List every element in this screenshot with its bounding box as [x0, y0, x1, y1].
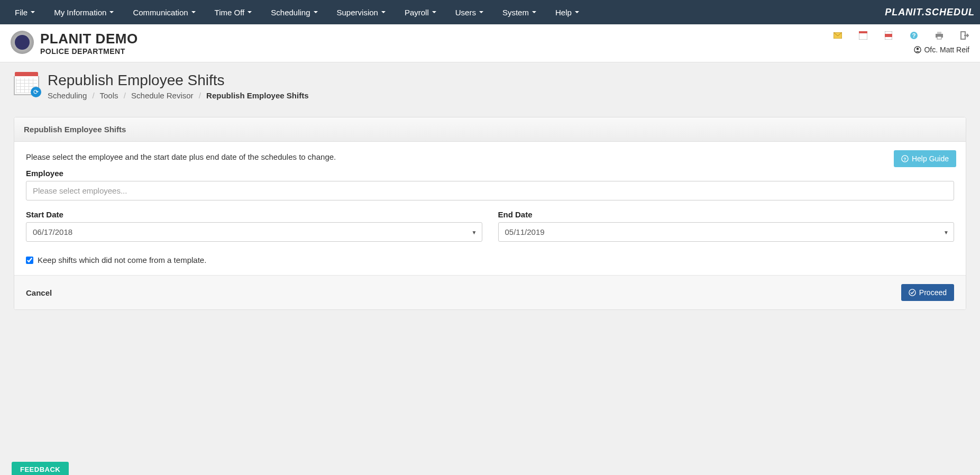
header-icons: ? Ofc. Matt Reif — [833, 31, 969, 54]
help-icon[interactable]: ? — [909, 31, 919, 40]
chevron-down-icon — [575, 11, 579, 13]
nav-my-information-label: My Information — [54, 8, 106, 17]
calendar-icon[interactable] — [858, 31, 868, 40]
nav-system[interactable]: System — [493, 2, 546, 23]
mail-icon[interactable] — [833, 31, 842, 40]
nav-supervision[interactable]: Supervision — [327, 2, 395, 23]
print-icon[interactable] — [935, 31, 944, 40]
nav-scheduling[interactable]: Scheduling — [261, 2, 327, 23]
nav-file-label: File — [15, 8, 28, 17]
nav-time-off-label: Time Off — [215, 8, 245, 17]
employee-select[interactable]: Please select employees... — [26, 181, 954, 200]
svg-rect-4 — [885, 34, 892, 37]
page-calendar-refresh-icon: ⟳ — [14, 72, 39, 95]
help-guide-label: Help Guide — [912, 154, 949, 163]
nav-payroll[interactable]: Payroll — [395, 2, 446, 23]
cancel-button[interactable]: Cancel — [26, 288, 52, 297]
breadcrumb-scheduling[interactable]: Scheduling — [48, 91, 87, 100]
logout-icon[interactable] — [960, 31, 969, 40]
page-title: Republish Employee Shifts — [48, 72, 308, 89]
chevron-down-icon — [109, 11, 114, 13]
end-date-group: End Date 05/11/2019 ▼ — [498, 210, 955, 242]
question-circle-icon: ? — [901, 155, 909, 162]
nav-payroll-label: Payroll — [405, 8, 429, 17]
end-date-select[interactable]: 05/11/2019 — [498, 222, 955, 242]
svg-text:?: ? — [903, 157, 906, 162]
chevron-down-icon — [248, 11, 252, 13]
keep-shifts-label: Keep shifts which did not come from a te… — [38, 255, 206, 264]
chevron-down-icon — [532, 11, 536, 13]
nav-users[interactable]: Users — [446, 2, 493, 23]
nav-users-label: Users — [455, 8, 476, 17]
panel-body: ? Help Guide Please select the employee … — [14, 142, 966, 275]
breadcrumb-separator: / — [199, 91, 201, 100]
main-panel: Republish Employee Shifts ? Help Guide P… — [14, 117, 966, 310]
nav-my-information[interactable]: My Information — [44, 2, 123, 23]
breadcrumb: Scheduling / Tools / Schedule Revisor / … — [48, 91, 308, 100]
svg-point-12 — [917, 48, 919, 50]
nav-file[interactable]: File — [5, 2, 44, 23]
help-guide-button[interactable]: ? Help Guide — [894, 150, 956, 167]
nav-menu: File My Information Communication Time O… — [5, 2, 589, 23]
keep-shifts-checkbox[interactable] — [26, 257, 33, 264]
svg-rect-8 — [937, 32, 941, 34]
chevron-down-icon — [479, 11, 483, 13]
header-band: PLANIT DEMO POLICE DEPARTMENT ? — [0, 24, 980, 62]
employee-label: Employee — [26, 169, 954, 178]
nav-supervision-label: Supervision — [337, 8, 378, 17]
breadcrumb-separator: / — [92, 91, 94, 100]
nav-help[interactable]: Help — [546, 2, 589, 23]
brand-logo: PLANIT.SCHEDUL — [885, 7, 975, 18]
breadcrumb-schedule-revisor[interactable]: Schedule Revisor — [131, 91, 194, 100]
current-user-label: Ofc. Matt Reif — [924, 45, 969, 54]
breadcrumb-tools[interactable]: Tools — [99, 91, 118, 100]
proceed-label: Proceed — [919, 288, 947, 297]
chevron-down-icon — [381, 11, 386, 13]
chevron-down-icon — [31, 11, 35, 13]
pdf-icon[interactable] — [884, 31, 893, 40]
chevron-down-icon — [191, 11, 196, 13]
svg-rect-2 — [859, 31, 867, 33]
start-date-group: Start Date 06/17/2018 ▼ — [26, 210, 482, 242]
nav-system-label: System — [502, 8, 529, 17]
keep-shifts-checkbox-line[interactable]: Keep shifts which did not come from a te… — [26, 255, 954, 264]
current-user[interactable]: Ofc. Matt Reif — [914, 45, 969, 54]
nav-communication[interactable]: Communication — [123, 2, 205, 23]
panel-heading: Republish Employee Shifts — [14, 117, 966, 142]
svg-rect-1 — [859, 33, 867, 40]
start-date-select[interactable]: 06/17/2018 — [26, 222, 482, 242]
org-block: PLANIT DEMO POLICE DEPARTMENT — [40, 31, 138, 56]
date-row: Start Date 06/17/2018 ▼ End Date 05/11/2… — [26, 210, 954, 251]
chevron-down-icon — [314, 11, 318, 13]
svg-text:?: ? — [912, 32, 916, 39]
instruction-text: Please select the employee and the start… — [26, 152, 954, 161]
header-icon-row: ? — [833, 31, 969, 40]
end-date-label: End Date — [498, 210, 955, 219]
start-date-label: Start Date — [26, 210, 482, 219]
org-name: PLANIT DEMO — [40, 31, 138, 47]
proceed-button[interactable]: Proceed — [901, 284, 954, 301]
nav-help-label: Help — [555, 8, 572, 17]
nav-time-off[interactable]: Time Off — [205, 2, 262, 23]
breadcrumb-current: Republish Employee Shifts — [206, 91, 308, 100]
org-subtitle: POLICE DEPARTMENT — [40, 47, 138, 56]
nav-communication-label: Communication — [133, 8, 188, 17]
svg-point-15 — [909, 289, 915, 296]
top-nav: File My Information Communication Time O… — [0, 0, 980, 24]
panel-footer: Cancel Proceed — [14, 275, 966, 309]
page-title-area: ⟳ Republish Employee Shifts Scheduling /… — [0, 62, 980, 106]
org-badge-icon — [11, 31, 34, 54]
svg-rect-9 — [937, 36, 941, 39]
user-icon — [914, 46, 921, 53]
chevron-down-icon — [432, 11, 436, 13]
breadcrumb-separator: / — [124, 91, 126, 100]
employee-group: Employee Please select employees... — [26, 169, 954, 200]
check-circle-icon — [909, 289, 916, 296]
nav-scheduling-label: Scheduling — [271, 8, 310, 17]
